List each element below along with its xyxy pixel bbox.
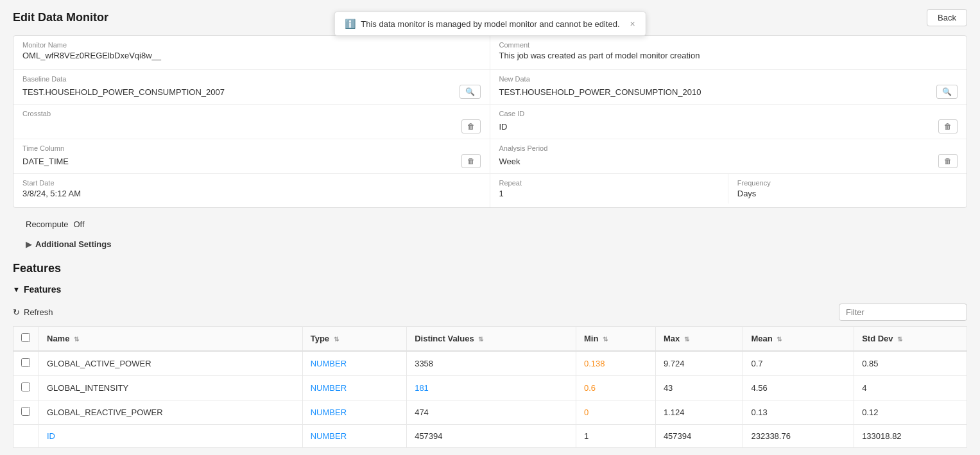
header-type: Type ⇅ [302, 327, 406, 352]
chevron-down-icon: ▼ [13, 286, 20, 293]
row-name[interactable]: ID [39, 425, 303, 448]
row-max: 1.124 [655, 400, 743, 425]
case-id-value: ID [499, 122, 508, 132]
analysis-period-inner: Week 🗑 [499, 154, 958, 168]
mean-sort-icon[interactable]: ⇅ [777, 336, 782, 343]
row-checkbox-cell [13, 400, 39, 425]
info-icon: ℹ️ [345, 19, 356, 29]
analysis-period-field: Analysis Period Week 🗑 [490, 139, 967, 173]
row-type: NUMBER [302, 400, 406, 425]
crosstab-label: Crosstab [22, 110, 481, 117]
table-row: GLOBAL_ACTIVE_POWERNUMBER33580.1389.7240… [13, 351, 967, 376]
start-date-field: Start Date 3/8/24, 5:12 AM [13, 174, 490, 207]
case-id-label: Case ID [499, 110, 958, 117]
row-type: NUMBER [302, 425, 406, 448]
case-id-delete-button[interactable]: 🗑 [938, 119, 958, 133]
row-checkbox-cell [13, 376, 39, 400]
select-all-checkbox[interactable] [21, 333, 30, 342]
row-type: NUMBER [302, 351, 406, 376]
frequency-value: Days [737, 189, 958, 198]
min-col-label: Min [584, 334, 598, 343]
repeat-freq-row: Repeat 1 Frequency Days [490, 174, 967, 203]
baseline-data-field: Baseline Data TEST.HOUSEHOLD_POWER_CONSU… [13, 70, 490, 104]
comment-field: Comment This job was created as part of … [490, 36, 967, 69]
row-checkbox[interactable] [21, 407, 30, 416]
header-std-dev: Std Dev ⇅ [854, 327, 967, 352]
additional-settings-label: Additional Settings [35, 239, 111, 249]
new-data-field: New Data TEST.HOUSEHOLD_POWER_CONSUMPTIO… [490, 70, 967, 104]
form-row-5: Start Date 3/8/24, 5:12 AM Repeat 1 Freq… [13, 174, 967, 207]
row-distinct-values: 474 [407, 400, 576, 425]
row-std-dev: 0.12 [854, 400, 967, 425]
case-id-field: Case ID ID 🗑 [490, 105, 967, 139]
crosstab-delete-button[interactable]: 🗑 [461, 119, 481, 133]
max-sort-icon[interactable]: ⇅ [684, 336, 689, 343]
new-data-search-button[interactable]: 🔍 [936, 85, 958, 99]
table-toolbar: ↻ Refresh [13, 298, 967, 326]
filter-input[interactable] [839, 304, 967, 321]
dv-sort-icon[interactable]: ⇅ [478, 336, 483, 343]
form-row-1: Monitor Name OML_wfR8VEz0REGElbDxeVqi8w_… [13, 36, 967, 70]
header-max: Max ⇅ [655, 327, 743, 352]
row-distinct-values: 181 [407, 376, 576, 400]
row-max: 43 [655, 376, 743, 400]
repeat-label: Repeat [499, 179, 719, 187]
table-row: GLOBAL_INTENSITYNUMBER1810.6434.564 [13, 376, 967, 400]
name-sort-icon[interactable]: ⇅ [74, 336, 79, 343]
analysis-period-delete-button[interactable]: 🗑 [938, 154, 958, 168]
row-min: 0.6 [576, 376, 656, 400]
row-checkbox[interactable] [21, 358, 30, 367]
page-title: Edit Data Monitor [13, 11, 108, 24]
comment-value: This job was created as part of model mo… [499, 51, 958, 60]
time-column-field: Time Column DATE_TIME 🗑 [13, 139, 490, 173]
toast-close-button[interactable]: × [630, 19, 635, 29]
features-subsection-toggle[interactable]: ▼ Features [13, 280, 967, 298]
type-col-label: Type [311, 334, 329, 343]
new-data-value: TEST.HOUSEHOLD_POWER_CONSUMPTION_2010 [499, 87, 701, 97]
dv-col-label: Distinct Values [415, 334, 474, 343]
time-column-inner: DATE_TIME 🗑 [22, 154, 481, 168]
form-row-3: Crosstab 🗑 Case ID ID 🗑 [13, 105, 967, 139]
features-subsection-label: Features [24, 284, 61, 295]
recompute-label: Recompute [26, 219, 68, 229]
row-mean: 0.7 [743, 351, 854, 376]
type-sort-icon[interactable]: ⇅ [334, 336, 339, 343]
features-section-title: Features [13, 254, 967, 280]
refresh-button[interactable]: ↻ Refresh [13, 307, 53, 317]
max-col-label: Max [664, 334, 680, 343]
min-sort-icon[interactable]: ⇅ [603, 336, 608, 343]
stddev-sort-icon[interactable]: ⇅ [897, 336, 902, 343]
repeat-value: 1 [499, 189, 719, 198]
table-row: IDNUMBER4573941457394232338.76133018.82 [13, 425, 967, 448]
case-id-inner: ID 🗑 [499, 119, 958, 133]
back-button[interactable]: Back [927, 9, 967, 26]
time-column-delete-button[interactable]: 🗑 [461, 154, 481, 168]
row-min: 0 [576, 400, 656, 425]
row-checkbox-cell [13, 425, 39, 448]
page-wrapper: ℹ️ This data monitor is managed by model… [0, 0, 980, 455]
header-min: Min ⇅ [576, 327, 656, 352]
table-row: GLOBAL_REACTIVE_POWERNUMBER47401.1240.13… [13, 400, 967, 425]
row-mean: 232338.76 [743, 425, 854, 448]
new-data-label: New Data [499, 75, 958, 83]
baseline-search-button[interactable]: 🔍 [460, 85, 481, 99]
recompute-value: Off [73, 219, 84, 229]
repeat-frequency-field: Repeat 1 Frequency Days [490, 174, 967, 207]
toast-notification: ℹ️ This data monitor is managed by model… [334, 12, 646, 36]
frequency-label: Frequency [737, 179, 958, 187]
row-checkbox[interactable] [21, 382, 30, 391]
recompute-row: Recompute Off [13, 214, 967, 234]
baseline-data-inner: TEST.HOUSEHOLD_POWER_CONSUMPTION_2007 🔍 [22, 85, 481, 99]
row-mean: 0.13 [743, 400, 854, 425]
header-checkbox-cell [13, 327, 39, 352]
table-header-row: Name ⇅ Type ⇅ Distinct Values ⇅ Min ⇅ [13, 327, 967, 352]
row-mean: 4.56 [743, 376, 854, 400]
stddev-col-label: Std Dev [862, 334, 893, 343]
crosstab-field: Crosstab 🗑 [13, 105, 490, 139]
row-distinct-values: 457394 [407, 425, 576, 448]
baseline-data-label: Baseline Data [22, 75, 481, 83]
additional-settings-toggle[interactable]: ▶ Additional Settings [13, 234, 967, 254]
monitor-name-label: Monitor Name [22, 41, 481, 49]
monitor-name-value: OML_wfR8VEz0REGElbDxeVqi8w__ [22, 51, 481, 60]
row-name: GLOBAL_REACTIVE_POWER [39, 400, 303, 425]
